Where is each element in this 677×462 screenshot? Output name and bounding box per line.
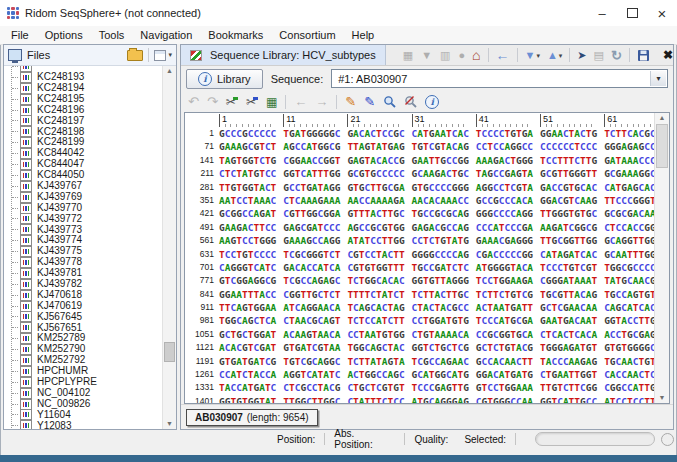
sequence-group[interactable]: AATCCTAAAC (219, 194, 276, 207)
menu-bookmarks[interactable]: Bookmarks (200, 27, 271, 43)
tree-scrollbar-thumb[interactable] (164, 342, 175, 362)
sequence-group[interactable]: TCCCGAGTTG (412, 381, 469, 394)
menu-file[interactable]: File (3, 27, 37, 43)
sequence-group[interactable]: CTCACTCACA (540, 328, 597, 341)
sequence-group[interactable]: CTACTACGCC (412, 301, 469, 314)
sequence-group[interactable]: CATAGATCAC (540, 248, 597, 261)
sequence-group[interactable]: GCGGCCAGAT (219, 207, 276, 220)
edit-annotation-icon[interactable]: ✎ (345, 95, 356, 108)
sequence-group[interactable]: AACCAAAAGA (347, 194, 404, 207)
sequence-group[interactable]: TCTGGCACAC (347, 274, 404, 287)
sequence-group[interactable]: GAAACGAGGG (476, 234, 533, 247)
menu-tools[interactable]: Tools (91, 27, 133, 43)
tree-item-kj470618[interactable]: KJ470618 (4, 290, 163, 301)
menu-options[interactable]: Options (37, 27, 91, 43)
tree-item-kj439782[interactable]: KJ439782 (4, 279, 163, 290)
sequence-group[interactable]: AGGTCATATC (283, 368, 340, 381)
sequence-group[interactable]: GGTGTTAGGG (412, 274, 469, 287)
sequence-rows[interactable]: 1GCCCGCCCCCTGATGGGGGCGACACTCCGCCATGAATCA… (188, 127, 655, 404)
sequence-group[interactable]: GACCGTGCAC (540, 181, 597, 194)
next-icon[interactable]: → (315, 95, 328, 108)
menu-navigation[interactable]: Navigation (132, 27, 200, 43)
sequence-group[interactable]: TCCCATGCGA (476, 314, 533, 327)
sequence-group[interactable]: CGACCCCCGG (476, 248, 533, 261)
sequence-group[interactable]: GAGTACACCG (347, 154, 404, 167)
sequence-group[interactable]: CCATCTACCA (219, 368, 276, 381)
previous-icon[interactable]: ← (294, 95, 307, 108)
sequence-group[interactable]: ATGGGGTACA (476, 261, 533, 274)
sequence-group[interactable]: CCCATCCCGA (476, 221, 533, 234)
menu-help[interactable]: Help (344, 27, 383, 43)
sequence-group[interactable]: GAGCGATCCC (283, 221, 340, 234)
sequence-group[interactable]: GCAGGTTGGC (604, 234, 661, 247)
sequence-group[interactable]: TACCCAAGAG (540, 355, 597, 368)
sequence-group[interactable]: TTGTGGTACT (219, 181, 276, 194)
tree-item-kj439774[interactable]: KJ439774 (4, 235, 163, 246)
sequence-group[interactable]: CCTAATGTGG (347, 328, 404, 341)
tree-item-nc_009826[interactable]: NC_009826 (4, 399, 163, 410)
sequence-group[interactable]: GTGATGATCG (219, 355, 276, 368)
sequence-group[interactable]: TCCCCTGTGA (476, 127, 533, 140)
sequence-group[interactable]: TCCTGTCCCC (219, 248, 276, 261)
tree-item-kj439781[interactable]: KJ439781 (4, 268, 163, 279)
sequence-group[interactable]: TCTCCATCTT (347, 314, 404, 327)
sequence-group[interactable]: CTCCACCGGC (604, 221, 661, 234)
tree-item-kj567645[interactable]: KJ567645 (4, 311, 163, 322)
sequence-group[interactable]: GGTCATTGCC (540, 395, 597, 404)
tree-item-kj439770[interactable]: KJ439770 (4, 203, 163, 214)
sequence-group[interactable]: CGGGATAAAT (540, 274, 597, 287)
sequence-group[interactable]: TGGCAGCTCA (219, 314, 276, 327)
sequence-info-icon[interactable]: i (425, 95, 439, 109)
tree-scrollbar[interactable]: ▲ ▼ (162, 66, 176, 429)
sequence-group[interactable]: GCCCGCCCCC (219, 127, 276, 140)
sequence-group[interactable]: CGGAACCGGT (283, 154, 340, 167)
sequence-group[interactable]: CTCTATGTCC (219, 167, 276, 180)
cut-3prime-icon[interactable]: ✂ (246, 96, 258, 108)
tree-item-kj439767[interactable]: KJ439767 (4, 181, 163, 192)
sequence-group[interactable]: TCAGCACTAG (347, 301, 404, 314)
sequence-group[interactable]: GGTACCTTGC (604, 314, 661, 327)
sequence-group[interactable]: ATCAGGAACA (283, 301, 340, 314)
tree-item-nc_004102[interactable]: NC_004102 (4, 388, 163, 399)
tree-item-kj439775[interactable]: KJ439775 (4, 246, 163, 257)
view-options-button[interactable]: ▾ (154, 50, 172, 61)
sequence-group[interactable]: TCCTGGAAGA (476, 274, 533, 287)
sequence-group[interactable]: TTGGCTTGGC (283, 395, 340, 404)
sequence-group[interactable]: AGCCATGGCG (283, 140, 340, 153)
library-button[interactable]: i Library (186, 69, 263, 89)
sequence-group[interactable]: TCGCGGGTCT (283, 248, 340, 261)
download-menu-button[interactable]: ▼▾ (525, 50, 540, 61)
sequence-group[interactable]: CATGAATCAC (412, 127, 469, 140)
sequence-scrollbar[interactable]: ▲ ▼ (654, 113, 669, 403)
sequence-group[interactable]: CTGTAAAACA (412, 328, 469, 341)
sequence-group[interactable]: CTATTTCTCC (347, 395, 404, 404)
sequence-group[interactable]: CCTCTGTATG (412, 234, 469, 247)
sequence-group[interactable]: TTTTCTATCT (347, 288, 404, 301)
sequence-group[interactable]: TAGTGGTCTG (219, 154, 276, 167)
sequence-group[interactable]: AAAGACTGGG (476, 154, 533, 167)
sequence-group[interactable]: CATGAGCACA (604, 181, 661, 194)
sequence-group[interactable]: CTGCTCGTGT (347, 381, 404, 394)
sequence-group[interactable]: TGCCAGTGTC (604, 288, 661, 301)
sequence-group[interactable]: ACAAGTAACA (283, 328, 340, 341)
select-region-icon[interactable]: ▦ (266, 96, 277, 108)
scroll-up-icon[interactable]: ▲ (163, 66, 176, 76)
sequence-selector[interactable]: #1: AB030907 ▾ (331, 69, 668, 88)
scroll-up-icon[interactable]: ▲ (655, 113, 669, 123)
grid-icon[interactable]: ▦ (403, 50, 413, 61)
status-sphere-icon[interactable]: ● (458, 50, 465, 61)
sequence-group[interactable]: GCTCTGTACG (476, 341, 533, 354)
sequence-group[interactable]: GGGGCCCCAG (412, 248, 469, 261)
scroll-down-icon[interactable]: ▼ (163, 419, 176, 429)
edit-sequence-icon[interactable]: ✎ (364, 95, 375, 108)
sequence-group[interactable]: GTGCTTGCGA (347, 181, 404, 194)
zoom-in-icon[interactable] (383, 95, 396, 108)
sequence-group[interactable]: TTCAGTGGAA (219, 301, 276, 314)
sequence-group[interactable]: ATATCCTTGG (347, 234, 404, 247)
sequence-group[interactable]: TCCTTTCTTG (540, 154, 597, 167)
sequence-group[interactable]: GAAAGCCAGG (283, 234, 340, 247)
sequence-group[interactable]: CGTTGGCGGA (283, 207, 340, 220)
sequence-group[interactable]: TGCCGCGCAG (412, 207, 469, 220)
sequence-group[interactable]: TTGCGGTTGG (540, 234, 597, 247)
sequence-group[interactable]: TGCAACTGTT (604, 355, 661, 368)
